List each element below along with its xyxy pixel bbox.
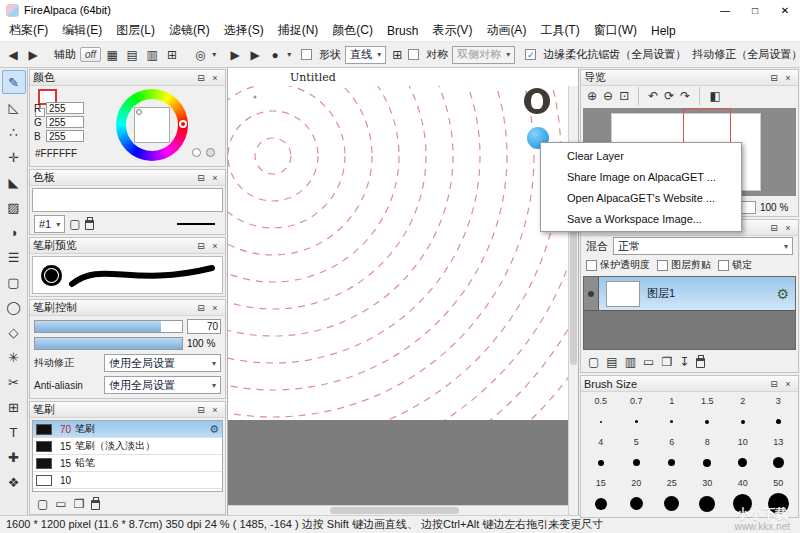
palette-swatch-list[interactable] [32,188,223,212]
scrollbar-thumb[interactable] [330,507,459,514]
chevron-down-icon[interactable]: ▾ [287,50,291,59]
new-folder-icon[interactable]: ▭ [643,355,654,369]
eraser-tool[interactable]: ◺ [2,95,26,119]
rotate-reset-icon[interactable]: ⟳ [664,89,674,103]
brush-size-option[interactable]: 20 [619,476,655,517]
minimize-button[interactable]: — [710,0,740,20]
selection-move-tool[interactable]: ⊞ [2,395,26,419]
layer-convert-icon[interactable]: ▥ [625,355,636,369]
dock-icon[interactable]: ⊟ [767,377,781,390]
menu-edit[interactable]: 编辑(E) [55,20,109,41]
merge-down-icon[interactable]: ↧ [679,355,689,369]
dock-icon[interactable]: ⊟ [767,71,781,84]
dock-icon[interactable]: ⊟ [767,221,781,234]
close-icon[interactable]: × [781,221,795,234]
palette-page-dropdown[interactable]: #1 [34,215,65,233]
snap-vanish2-icon[interactable]: ▶ [246,45,264,65]
lock-option[interactable]: 锁定 [718,258,752,272]
brush-size-option[interactable]: 15 [583,476,619,517]
close-icon[interactable]: × [208,403,222,416]
new-layer-menu-icon[interactable]: ▤ [606,355,617,369]
canvas-viewport[interactable] [228,86,578,515]
brush-list-item[interactable]: 15 笔刷（淡入淡出） [33,438,222,455]
brush-size-option[interactable]: 13 [761,435,797,476]
color-history-swatch[interactable] [192,148,201,157]
brush-size-option[interactable]: 0.7 [619,394,655,435]
menu-window[interactable]: 窗口(W) [587,20,644,41]
brush-list-item[interactable]: 15 铅笔 [33,455,222,472]
brush-size-value[interactable]: 70 [187,319,221,334]
stabilizer-dropdown[interactable]: 使用全局设置 [104,354,221,372]
menu-filter[interactable]: 滤镜(R) [162,20,217,41]
horizontal-scrollbar[interactable] [228,505,568,515]
protect-alpha-option[interactable]: 保护透明度 [586,258,650,272]
grid-cols-icon[interactable]: ▥ [143,45,161,65]
stamp-tool[interactable]: ◑ [2,220,26,244]
brush-size-option[interactable]: 8 [690,435,726,476]
brush-list-item[interactable]: 10 [33,472,222,489]
menu-help[interactable]: Help [644,20,683,41]
assist-off-button[interactable]: off [80,47,101,62]
close-icon[interactable]: × [781,71,795,84]
grid-cross-icon[interactable]: ⊞ [163,45,181,65]
r-field[interactable]: 255 [46,102,84,114]
duplicate-layer-icon[interactable]: ❐ [661,355,672,369]
nav-back-icon[interactable]: ◀ [4,45,22,65]
duplicate-brush-icon[interactable]: ❐ [74,497,85,511]
snap-vanish1-icon[interactable]: ▶ [226,45,244,65]
grid-rows-icon[interactable]: ▤ [123,45,141,65]
clipping-option[interactable]: 图层剪贴 [657,258,711,272]
close-icon[interactable]: × [208,71,222,84]
select-ellipse-tool[interactable]: ◯ [2,295,26,319]
brush-size-option[interactable]: 1 [654,394,690,435]
select-polygon-tool[interactable]: ◇ [2,320,26,344]
close-icon[interactable]: × [781,377,795,390]
delete-color-icon[interactable] [85,220,94,230]
add-color-icon[interactable]: ▢ [69,217,80,231]
brush-size-option[interactable]: 2 [725,394,761,435]
symmetry-type-dropdown[interactable]: 双侧对称 [452,46,515,64]
shape-checkbox[interactable] [301,49,312,60]
pattern-tool[interactable]: ☰ [2,245,26,269]
snap-circle-icon[interactable]: ◎ [191,45,209,65]
lock-checkbox[interactable] [718,260,729,271]
move-tool[interactable]: ✛ [2,145,26,169]
close-icon[interactable]: × [208,239,222,252]
dock-icon[interactable]: ⊟ [194,239,208,252]
menu-tool[interactable]: 工具(T) [533,20,586,41]
brush-size-option[interactable]: 25 [654,476,690,517]
brush-folder-icon[interactable]: ▭ [55,497,66,511]
brush-size-option[interactable]: 6 [654,435,690,476]
dock-icon[interactable]: ⊟ [194,171,208,184]
drawing-canvas[interactable] [228,86,568,420]
delete-layer-icon[interactable] [696,358,705,368]
brush-size-option[interactable]: 5 [619,435,655,476]
select-rect-tool[interactable]: ▢ [2,270,26,294]
bucket-tool[interactable]: ◣ [2,170,26,194]
brush-size-option[interactable]: 3 [761,394,797,435]
zoom-out-icon[interactable]: ⊖ [603,89,613,103]
menu-item-save-workspace-image[interactable]: Save a Workspace Image... [541,208,741,229]
flip-icon[interactable]: ◧ [709,89,720,103]
hand-tool[interactable]: ❖ [2,470,26,494]
protect-alpha-checkbox[interactable] [586,260,597,271]
antialias-dropdown[interactable]: 使用全局设置 [104,376,221,394]
layer-visibility-toggle[interactable] [584,277,599,310]
rotate-cw-icon[interactable]: ↷ [680,89,690,103]
rotate-ccw-icon[interactable]: ↶ [648,89,658,103]
symmetry-checkbox[interactable] [408,49,419,60]
add-brush-icon[interactable]: ▢ [37,497,48,511]
layer-row[interactable]: 图层1 ⚙ [584,277,795,311]
nav-forward-icon[interactable]: ▶ [24,45,42,65]
menu-file[interactable]: 档案(F) [2,20,55,41]
brush-size-option[interactable]: 0.5 [583,394,619,435]
magic-wand-tool[interactable]: ✳ [2,345,26,369]
shape-type-dropdown[interactable]: 直线 [345,46,386,64]
menu-item-share-image[interactable]: Share Image on AlpacaGET ... [541,166,741,187]
blend-mode-dropdown[interactable]: 正常 [613,237,793,255]
color-history-swatch[interactable] [206,148,215,157]
brush-opacity-slider[interactable] [34,337,183,350]
close-button[interactable]: ✕ [770,0,800,20]
zoom-reset-icon[interactable]: ⊡ [619,89,629,103]
g-field[interactable]: 255 [46,116,84,128]
